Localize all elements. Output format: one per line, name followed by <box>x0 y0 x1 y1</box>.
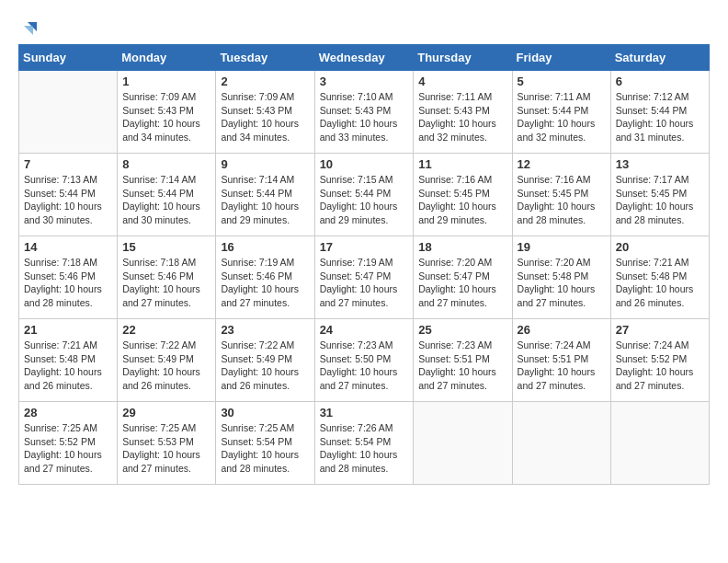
calendar-cell: 17Sunrise: 7:19 AMSunset: 5:47 PMDayligh… <box>314 236 414 319</box>
calendar-cell <box>512 402 610 485</box>
day-number: 12 <box>518 157 606 171</box>
calendar-cell <box>19 71 118 154</box>
calendar-cell: 24Sunrise: 7:23 AMSunset: 5:50 PMDayligh… <box>314 319 414 402</box>
day-number: 17 <box>320 240 409 254</box>
calendar-cell: 2Sunrise: 7:09 AMSunset: 5:43 PMDaylight… <box>216 71 314 154</box>
day-info: Sunrise: 7:24 AMSunset: 5:52 PMDaylight:… <box>616 339 704 393</box>
day-info: Sunrise: 7:10 AMSunset: 5:43 PMDaylight:… <box>320 90 409 144</box>
calendar-cell: 15Sunrise: 7:18 AMSunset: 5:46 PMDayligh… <box>118 236 216 319</box>
day-info: Sunrise: 7:09 AMSunset: 5:43 PMDaylight:… <box>221 90 309 144</box>
day-number: 2 <box>221 75 309 88</box>
calendar-cell: 18Sunrise: 7:20 AMSunset: 5:47 PMDayligh… <box>414 236 512 319</box>
day-number: 18 <box>418 240 506 254</box>
calendar-cell: 12Sunrise: 7:16 AMSunset: 5:45 PMDayligh… <box>512 154 610 236</box>
day-number: 8 <box>122 157 210 171</box>
day-info: Sunrise: 7:18 AMSunset: 5:46 PMDaylight:… <box>24 256 112 310</box>
page-header <box>18 18 710 35</box>
calendar-cell: 26Sunrise: 7:24 AMSunset: 5:51 PMDayligh… <box>512 319 610 402</box>
column-header-monday: Monday <box>118 45 216 71</box>
day-info: Sunrise: 7:21 AMSunset: 5:48 PMDaylight:… <box>616 256 704 310</box>
calendar-cell: 20Sunrise: 7:21 AMSunset: 5:48 PMDayligh… <box>610 236 709 319</box>
day-number: 9 <box>221 157 309 171</box>
day-info: Sunrise: 7:14 AMSunset: 5:44 PMDaylight:… <box>221 173 309 227</box>
day-number: 15 <box>122 240 210 254</box>
calendar-week-row: 7Sunrise: 7:13 AMSunset: 5:44 PMDaylight… <box>19 154 710 236</box>
day-info: Sunrise: 7:09 AMSunset: 5:43 PMDaylight:… <box>122 90 210 144</box>
day-info: Sunrise: 7:22 AMSunset: 5:49 PMDaylight:… <box>221 339 309 393</box>
day-number: 20 <box>616 240 704 254</box>
day-number: 10 <box>320 157 409 171</box>
day-number: 29 <box>122 406 210 419</box>
day-info: Sunrise: 7:20 AMSunset: 5:47 PMDaylight:… <box>418 256 506 310</box>
svg-marker-1 <box>24 26 33 35</box>
day-number: 3 <box>320 75 409 88</box>
calendar-cell: 25Sunrise: 7:23 AMSunset: 5:51 PMDayligh… <box>414 319 512 402</box>
calendar-cell: 21Sunrise: 7:21 AMSunset: 5:48 PMDayligh… <box>19 319 118 402</box>
day-number: 21 <box>24 323 112 337</box>
calendar-cell <box>414 402 512 485</box>
calendar-cell: 10Sunrise: 7:15 AMSunset: 5:44 PMDayligh… <box>314 154 414 236</box>
day-info: Sunrise: 7:14 AMSunset: 5:44 PMDaylight:… <box>122 173 210 227</box>
day-number: 22 <box>122 323 210 337</box>
calendar-cell: 6Sunrise: 7:12 AMSunset: 5:44 PMDaylight… <box>610 71 709 154</box>
day-number: 11 <box>418 157 506 171</box>
calendar-cell <box>610 402 709 485</box>
day-info: Sunrise: 7:19 AMSunset: 5:47 PMDaylight:… <box>320 256 409 310</box>
day-info: Sunrise: 7:13 AMSunset: 5:44 PMDaylight:… <box>24 173 112 227</box>
day-number: 5 <box>518 75 606 88</box>
day-number: 23 <box>221 323 309 337</box>
calendar-cell: 19Sunrise: 7:20 AMSunset: 5:48 PMDayligh… <box>512 236 610 319</box>
calendar-cell: 23Sunrise: 7:22 AMSunset: 5:49 PMDayligh… <box>216 319 314 402</box>
day-info: Sunrise: 7:20 AMSunset: 5:48 PMDaylight:… <box>518 256 606 310</box>
day-number: 19 <box>518 240 606 254</box>
calendar-week-row: 21Sunrise: 7:21 AMSunset: 5:48 PMDayligh… <box>19 319 710 402</box>
day-info: Sunrise: 7:25 AMSunset: 5:54 PMDaylight:… <box>221 421 309 476</box>
calendar-cell: 3Sunrise: 7:10 AMSunset: 5:43 PMDaylight… <box>314 71 414 154</box>
calendar-week-row: 28Sunrise: 7:25 AMSunset: 5:52 PMDayligh… <box>19 402 710 485</box>
day-info: Sunrise: 7:22 AMSunset: 5:49 PMDaylight:… <box>122 339 210 393</box>
column-header-friday: Friday <box>512 45 610 71</box>
day-number: 31 <box>320 406 409 419</box>
day-number: 1 <box>122 75 210 88</box>
column-header-thursday: Thursday <box>414 45 512 71</box>
day-info: Sunrise: 7:11 AMSunset: 5:43 PMDaylight:… <box>418 90 506 144</box>
logo-icon <box>20 18 40 39</box>
day-number: 7 <box>24 157 112 171</box>
calendar-cell: 14Sunrise: 7:18 AMSunset: 5:46 PMDayligh… <box>19 236 118 319</box>
day-number: 27 <box>616 323 704 337</box>
calendar-week-row: 14Sunrise: 7:18 AMSunset: 5:46 PMDayligh… <box>19 236 710 319</box>
calendar-cell: 11Sunrise: 7:16 AMSunset: 5:45 PMDayligh… <box>414 154 512 236</box>
calendar-cell: 29Sunrise: 7:25 AMSunset: 5:53 PMDayligh… <box>118 402 216 485</box>
day-info: Sunrise: 7:23 AMSunset: 5:50 PMDaylight:… <box>320 339 409 393</box>
day-info: Sunrise: 7:15 AMSunset: 5:44 PMDaylight:… <box>320 173 409 227</box>
calendar-cell: 30Sunrise: 7:25 AMSunset: 5:54 PMDayligh… <box>216 402 314 485</box>
day-info: Sunrise: 7:24 AMSunset: 5:51 PMDaylight:… <box>518 339 606 393</box>
day-info: Sunrise: 7:17 AMSunset: 5:45 PMDaylight:… <box>616 173 704 227</box>
column-header-tuesday: Tuesday <box>216 45 314 71</box>
calendar-cell: 1Sunrise: 7:09 AMSunset: 5:43 PMDaylight… <box>118 71 216 154</box>
day-info: Sunrise: 7:25 AMSunset: 5:52 PMDaylight:… <box>24 421 112 476</box>
day-info: Sunrise: 7:16 AMSunset: 5:45 PMDaylight:… <box>418 173 506 227</box>
calendar-cell: 28Sunrise: 7:25 AMSunset: 5:52 PMDayligh… <box>19 402 118 485</box>
calendar-header-row: SundayMondayTuesdayWednesdayThursdayFrid… <box>19 45 710 71</box>
calendar-cell: 5Sunrise: 7:11 AMSunset: 5:44 PMDaylight… <box>512 71 610 154</box>
calendar-cell: 31Sunrise: 7:26 AMSunset: 5:54 PMDayligh… <box>314 402 414 485</box>
calendar-cell: 22Sunrise: 7:22 AMSunset: 5:49 PMDayligh… <box>118 319 216 402</box>
day-number: 25 <box>418 323 506 337</box>
calendar-cell: 4Sunrise: 7:11 AMSunset: 5:43 PMDaylight… <box>414 71 512 154</box>
day-number: 28 <box>24 406 112 419</box>
day-info: Sunrise: 7:18 AMSunset: 5:46 PMDaylight:… <box>122 256 210 310</box>
calendar-cell: 8Sunrise: 7:14 AMSunset: 5:44 PMDaylight… <box>118 154 216 236</box>
calendar-cell: 13Sunrise: 7:17 AMSunset: 5:45 PMDayligh… <box>610 154 709 236</box>
calendar: SundayMondayTuesdayWednesdayThursdayFrid… <box>18 44 710 485</box>
day-info: Sunrise: 7:12 AMSunset: 5:44 PMDaylight:… <box>616 90 704 144</box>
day-info: Sunrise: 7:19 AMSunset: 5:46 PMDaylight:… <box>221 256 309 310</box>
day-info: Sunrise: 7:23 AMSunset: 5:51 PMDaylight:… <box>418 339 506 393</box>
day-number: 13 <box>616 157 704 171</box>
calendar-cell: 16Sunrise: 7:19 AMSunset: 5:46 PMDayligh… <box>216 236 314 319</box>
day-info: Sunrise: 7:25 AMSunset: 5:53 PMDaylight:… <box>122 421 210 476</box>
day-number: 26 <box>518 323 606 337</box>
calendar-week-row: 1Sunrise: 7:09 AMSunset: 5:43 PMDaylight… <box>19 71 710 154</box>
day-info: Sunrise: 7:11 AMSunset: 5:44 PMDaylight:… <box>518 90 606 144</box>
calendar-cell: 27Sunrise: 7:24 AMSunset: 5:52 PMDayligh… <box>610 319 709 402</box>
